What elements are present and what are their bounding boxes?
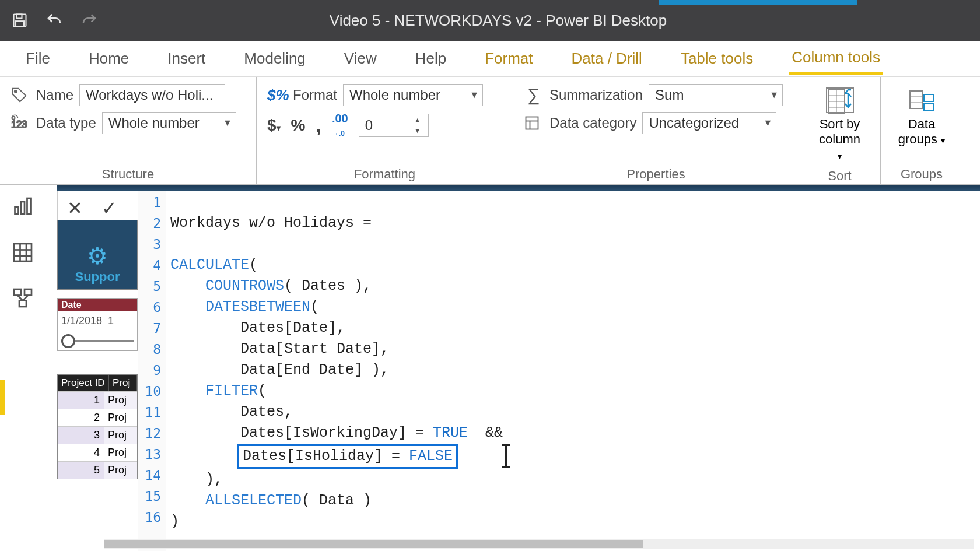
tab-insert[interactable]: Insert: [165, 44, 208, 73]
chevron-down-icon: ▼: [764, 118, 773, 128]
svg-rect-19: [15, 207, 18, 214]
canvas-visuals-partial: ⚙ Suppor Date 1/1/2018 1 Project ID Proj…: [57, 220, 138, 479]
tab-view[interactable]: View: [342, 44, 379, 73]
slicer-value: 1/1/2018 1: [58, 311, 137, 331]
slider-thumb-icon[interactable]: [61, 334, 75, 348]
gear-icon: ⚙: [87, 243, 108, 269]
tab-modeling[interactable]: Modeling: [242, 44, 308, 73]
canvas-header-strip: [57, 185, 980, 191]
groups-icon: [908, 87, 936, 113]
decimals-value: 0: [365, 117, 373, 134]
name-input[interactable]: Workdays w/o Holi...: [79, 84, 225, 106]
col-project-id[interactable]: Project ID: [58, 375, 109, 391]
save-icon[interactable]: [12, 12, 28, 29]
data-view-icon[interactable]: [12, 242, 33, 263]
svg-rect-1: [16, 15, 22, 19]
ribbon-tabs: File Home Insert Modeling View Help Form…: [0, 41, 980, 77]
sigma-icon: ∑: [524, 85, 544, 105]
sort-by-column-button[interactable]: Sort bycolumn ▾: [810, 84, 870, 166]
datatype-label: Data type: [36, 115, 96, 131]
date-slicer[interactable]: Date 1/1/2018 1: [57, 298, 138, 351]
tab-tabletools[interactable]: Table tools: [678, 44, 755, 73]
name-label: Name: [36, 87, 74, 103]
ribbon-group-properties: ∑ Summarization Sum ▼ Data category Unca…: [513, 77, 799, 184]
datacategory-label: Data category: [550, 115, 636, 131]
svg-rect-21: [27, 198, 30, 214]
datatype-icon: 123: [10, 114, 30, 132]
format-select[interactable]: Whole number ▼: [343, 84, 483, 106]
svg-rect-29: [19, 301, 26, 307]
text-cursor-icon: [505, 444, 507, 468]
active-view-indicator: [0, 380, 5, 415]
highlighted-expression: Dates[IsHoliday] = FALSE: [237, 444, 459, 469]
ribbon-group-groups: Datagroups ▾ Groups: [881, 77, 963, 184]
properties-title: Properties: [524, 164, 788, 182]
format-icon: $%: [267, 86, 287, 104]
spinner-icon[interactable]: ▲▼: [411, 117, 425, 134]
svg-rect-6: [526, 117, 538, 129]
datacategory-select[interactable]: Uncategorized ▼: [642, 112, 776, 134]
model-view-icon[interactable]: [12, 287, 33, 308]
tab-help[interactable]: Help: [413, 44, 449, 73]
col-proj[interactable]: Proj: [109, 375, 137, 391]
table-row[interactable]: 5Proj: [58, 461, 137, 479]
decimals-input[interactable]: 0 ▲▼: [359, 114, 429, 137]
chevron-down-icon: ▼: [223, 118, 232, 128]
tag-icon: [10, 86, 30, 104]
view-rail: [0, 185, 46, 551]
svg-rect-20: [21, 202, 24, 214]
format-label: Format: [293, 87, 337, 103]
ribbon: Name Workdays w/o Holi... 123 Data type …: [0, 77, 980, 185]
table-row[interactable]: 1Proj: [58, 391, 137, 409]
report-view-icon[interactable]: [12, 196, 33, 217]
tab-home[interactable]: Home: [86, 44, 131, 73]
horizontal-scrollbar[interactable]: [104, 539, 974, 549]
summarization-label: Summarization: [550, 87, 643, 103]
formula-controls: ✕ ✓: [57, 191, 127, 223]
svg-rect-18: [924, 104, 933, 111]
redo-icon[interactable]: [80, 12, 98, 29]
table-row[interactable]: 3Proj: [58, 426, 137, 444]
main-area: ✕ ✓ ⚙ Suppor Date 1/1/2018 1 Project ID: [0, 185, 980, 551]
line-gutter: 12345678910111213141516: [138, 191, 166, 551]
tab-columntools[interactable]: Column tools: [789, 43, 883, 75]
ribbon-group-structure: Name Workdays w/o Holi... 123 Data type …: [0, 77, 257, 184]
table-row[interactable]: 4Proj: [58, 444, 137, 461]
svg-rect-27: [14, 289, 21, 296]
title-bar: Video 5 - NETWORKDAYS v2 - Power BI Desk…: [0, 0, 980, 41]
data-table[interactable]: Project ID Proj 1Proj 2Proj 3Proj 4Proj …: [57, 374, 138, 479]
dax-editor[interactable]: 12345678910111213141516 Workdays w/o Hol…: [138, 191, 980, 551]
dax-code[interactable]: Workdays w/o Holidays = CALCULATE( COUNT…: [170, 192, 980, 532]
structure-title: Structure: [10, 164, 246, 182]
undo-icon[interactable]: [46, 12, 63, 29]
window-title: Video 5 - NETWORKDAYS v2 - Power BI Desk…: [98, 12, 898, 30]
summarization-select[interactable]: Sum ▼: [649, 84, 783, 106]
table-row[interactable]: 2Proj: [58, 409, 137, 426]
support-card[interactable]: ⚙ Suppor: [57, 220, 138, 290]
svg-rect-2: [16, 21, 24, 26]
tab-format[interactable]: Format: [482, 44, 535, 73]
svg-text:123: 123: [11, 119, 27, 129]
decimal-button[interactable]: .00→.0: [332, 112, 348, 139]
groups-title: Groups: [901, 164, 943, 182]
ribbon-group-formatting: $% Format Whole number ▼ $▾ % , .00→.0 0…: [257, 77, 513, 184]
scrollbar-thumb[interactable]: [104, 540, 643, 548]
title-accent: [659, 0, 858, 5]
data-groups-button[interactable]: Datagroups ▾: [892, 84, 951, 151]
currency-button[interactable]: $▾: [267, 116, 281, 135]
sort-title: Sort: [828, 166, 851, 184]
datatype-select[interactable]: Whole number ▼: [102, 112, 236, 134]
support-label: Suppor: [75, 269, 120, 285]
commit-formula-icon[interactable]: ✓: [102, 197, 117, 219]
summarization-value: Sum: [655, 87, 684, 103]
cancel-formula-icon[interactable]: ✕: [67, 197, 83, 219]
datatype-value: Whole number: [108, 115, 200, 131]
format-value: Whole number: [349, 87, 440, 103]
formatting-title: Formatting: [267, 164, 502, 182]
tab-datadrill[interactable]: Data / Drill: [569, 44, 645, 73]
tab-file[interactable]: File: [23, 44, 52, 73]
category-icon: [524, 115, 544, 131]
percent-button[interactable]: %: [291, 116, 306, 135]
comma-button[interactable]: ,: [316, 114, 321, 137]
slicer-slider[interactable]: [58, 331, 137, 350]
